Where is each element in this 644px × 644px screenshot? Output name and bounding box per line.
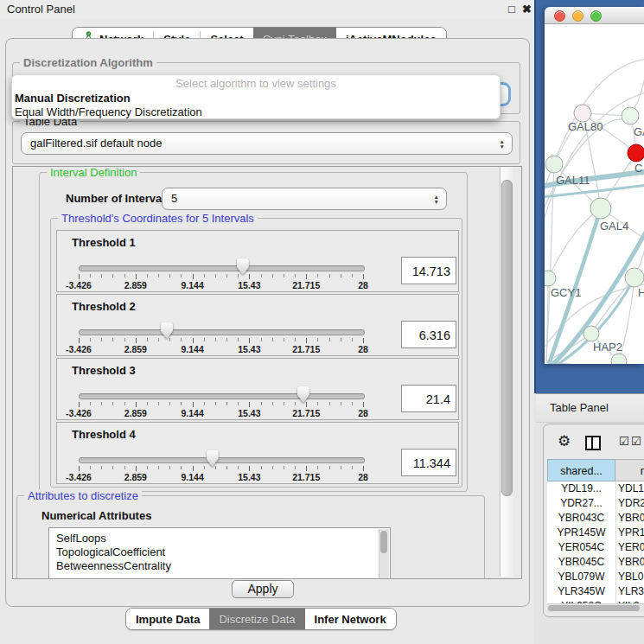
tick-mark <box>181 338 182 341</box>
table-data-select[interactable]: galFiltered.sif default node ▲▼ <box>21 132 513 155</box>
threshold-slider-track[interactable] <box>79 393 365 399</box>
network-edge[interactable] <box>546 278 548 361</box>
tab-impute-data[interactable]: Impute Data <box>126 609 209 629</box>
threshold-value-field[interactable]: 21.4 <box>401 385 456 412</box>
tick-mark <box>193 274 194 279</box>
threshold-slider-thumb[interactable] <box>207 450 219 467</box>
checkbox-icon[interactable]: ☑ <box>631 436 641 447</box>
tick-mark <box>181 466 182 469</box>
tick-mark <box>215 274 216 277</box>
close-traffic-light[interactable] <box>554 10 565 22</box>
red-node[interactable] <box>628 144 644 162</box>
tick-mark <box>249 338 250 343</box>
settings-scroll-panel: Interval Definition Number of Intervals … <box>12 166 522 579</box>
zoom-traffic-light[interactable] <box>590 10 602 22</box>
threshold-value-field[interactable]: 14.713 <box>401 257 456 284</box>
GAL11-node[interactable] <box>545 156 563 173</box>
threshold-slider-track[interactable] <box>79 265 365 271</box>
tick-mark <box>112 466 113 469</box>
attributes-list-scrollbar[interactable] <box>379 529 389 579</box>
tick-mark <box>352 274 353 277</box>
attribute-list-item[interactable]: TopologicalCoefficient <box>49 545 390 559</box>
table-row[interactable]: YDL19...YDL1 <box>547 481 644 496</box>
table-row[interactable]: YPR145WYPR1 <box>547 526 644 540</box>
tick-label: 15.43 <box>238 408 260 418</box>
minimize-traffic-light[interactable] <box>572 10 583 22</box>
GAL4-node[interactable] <box>590 198 611 219</box>
tick-mark <box>306 338 307 343</box>
cell-shared-name: YER054C <box>547 540 615 555</box>
HAP2-node[interactable] <box>583 326 599 341</box>
tick-mark <box>101 274 102 277</box>
cell-name: YPR1 <box>618 526 644 540</box>
tick-mark <box>169 466 170 469</box>
table-data-value: galFiltered.sif default node <box>30 133 162 154</box>
threshold-value-field[interactable]: 11.344 <box>401 449 456 476</box>
checkbox-icon[interactable]: ☑ <box>619 436 629 447</box>
float-window-icon[interactable]: □ <box>508 3 515 16</box>
H-node[interactable] <box>625 268 644 287</box>
cell-shared-name: YLR345W <box>547 584 615 599</box>
threshold-slider-thumb[interactable] <box>237 258 249 275</box>
cell-name: YBL0 <box>618 570 644 584</box>
table-data-group: Table Data galFiltered.sif default node … <box>12 121 520 164</box>
network-canvas[interactable]: GAL80GACGAL11GAL4GCY1HHAP2 <box>545 24 644 364</box>
network-edge-highlighted[interactable] <box>545 185 644 197</box>
tick-label: 28 <box>358 280 368 290</box>
attribute-list-item[interactable]: BetweennessCentrality <box>49 559 390 573</box>
dropdown-option-equal-width[interactable]: Equal Width/Frequency Discretization <box>15 105 202 118</box>
table-row[interactable]: YBR043CYBR0 <box>547 511 644 526</box>
table-horizontal-scrollbar[interactable] <box>547 603 644 612</box>
network-window-titlebar[interactable] <box>545 7 644 24</box>
bottom-node[interactable] <box>611 354 627 364</box>
tick-mark <box>238 466 239 469</box>
tab-label: Discretize Data <box>219 613 295 626</box>
top-right-node[interactable] <box>622 107 639 124</box>
threshold-slider-track[interactable] <box>79 457 365 463</box>
GAL80-node[interactable] <box>574 105 591 122</box>
column-header-shared[interactable]: shared... <box>547 459 615 481</box>
table-row[interactable]: YBL079WYBL0 <box>547 570 644 584</box>
tick-mark <box>238 402 239 405</box>
settings-panel-scrollbar[interactable] <box>500 167 513 577</box>
threshold-slider-track[interactable] <box>79 329 365 335</box>
control-panel-titlebar: Control Panel □ ✖ <box>0 0 534 19</box>
interval-definition-title: Interval Definition <box>47 166 140 179</box>
column-header-name[interactable]: name <box>615 459 644 481</box>
gear-icon[interactable]: ⚙ <box>558 434 571 449</box>
tab-infer-network[interactable]: Infer Network <box>305 609 396 629</box>
numerical-attributes-list[interactable]: SelfLoopsTopologicalCoefficientBetweenne… <box>48 527 391 579</box>
table-row[interactable]: YLR345WYLR3 <box>547 584 644 599</box>
tick-mark <box>317 402 318 405</box>
attribute-list-item[interactable]: SelfLoops <box>49 532 390 545</box>
tick-mark <box>272 466 273 469</box>
network-edge[interactable] <box>548 208 601 278</box>
tab-discretize-data[interactable]: Discretize Data <box>209 609 304 629</box>
split-view-icon[interactable] <box>585 436 601 450</box>
dropdown-option-manual[interactable]: Manual Discretization <box>15 92 131 105</box>
table-row[interactable]: YDR27...YDR2 <box>547 496 644 511</box>
number-of-intervals-select[interactable]: 5 ▲▼ <box>162 188 447 210</box>
dropdown-hint: Select algorithm to view settings <box>12 77 500 90</box>
threshold-slider-thumb[interactable] <box>161 322 173 339</box>
tick-label: 2.859 <box>124 344 147 354</box>
tick-label: 15.43 <box>238 344 260 354</box>
apply-button[interactable]: Apply <box>232 580 294 598</box>
tick-mark <box>352 402 353 405</box>
table-row[interactable]: YER054CYER0 <box>547 540 644 555</box>
close-window-icon[interactable]: ✖ <box>522 3 532 16</box>
tick-mark <box>317 274 318 277</box>
tick-mark <box>261 274 262 277</box>
node-label-GA: GA <box>634 125 644 138</box>
threshold-slider-thumb[interactable] <box>297 386 309 403</box>
table-panel: ⚙ ☑ ☑ shared... name YDL19...YDL1YDR27..… <box>543 424 644 617</box>
tick-mark <box>147 274 148 277</box>
threshold-3-row: Threshold 3-3.4262.8599.14415.4321.71528… <box>56 358 459 420</box>
table-row[interactable]: YBR045CYBR0 <box>547 555 644 570</box>
threshold-value-field[interactable]: 6.316 <box>401 321 456 348</box>
cell-name: YBR0 <box>618 511 644 526</box>
tick-mark <box>352 338 353 341</box>
tick-mark <box>147 402 148 405</box>
threshold-label: Threshold 4 <box>72 428 136 441</box>
GCY1-node[interactable] <box>545 271 556 286</box>
